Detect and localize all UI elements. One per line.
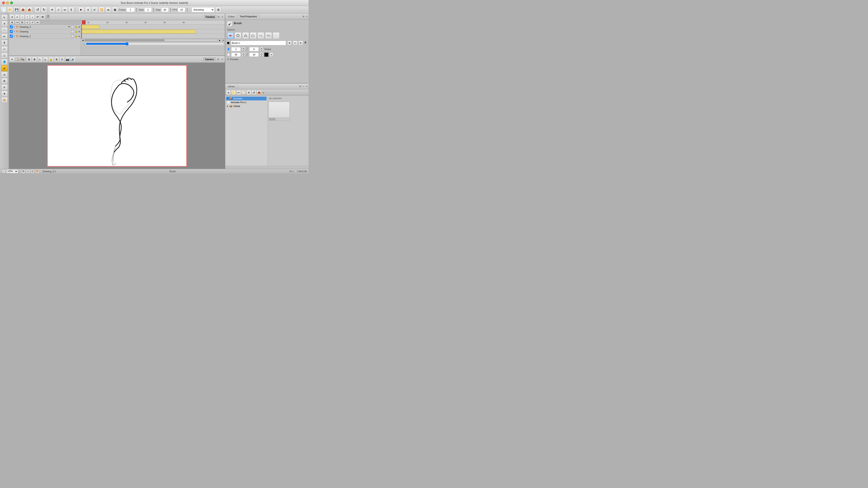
lib-import-btn[interactable]: 📥	[257, 90, 261, 95]
layer-anim-btn[interactable]: ⊙	[25, 21, 30, 24]
layer-link-btn[interactable]: ⛓	[20, 21, 25, 24]
zoom-select[interactable]: 125% 100% 75% 50%	[6, 169, 18, 173]
tool-properties-tab[interactable]: Tool Properties	[237, 14, 259, 19]
open-button[interactable]: 📂	[7, 7, 13, 13]
smooth-tool[interactable]: 〰	[1, 27, 8, 33]
brush-opt-scatter[interactable]	[257, 32, 264, 39]
stop-down[interactable]: ▼	[169, 10, 172, 12]
brush-name-input[interactable]	[231, 41, 286, 45]
lib-refresh-btn[interactable]: ↺	[252, 90, 256, 95]
layer-item-drawing[interactable]: + 🎨 Drawing 🔒 ≡	[9, 29, 81, 34]
view-onion-btn[interactable]: ◎	[31, 169, 35, 173]
layer-more-btn[interactable]: ≫	[35, 21, 40, 24]
stop-input[interactable]	[161, 7, 169, 12]
tl-delete-layer[interactable]: −	[20, 14, 25, 19]
rotate-ccw-button[interactable]: ↺	[35, 7, 40, 13]
flip-v-button[interactable]: ⇕	[68, 7, 74, 13]
play-button[interactable]: ▶	[78, 7, 84, 13]
brush-copy-btn[interactable]: ⧉	[299, 41, 303, 45]
param3-up[interactable]: ▲	[242, 53, 245, 55]
fps-down[interactable]: ▼	[186, 10, 188, 12]
scroll-track[interactable]	[85, 39, 218, 41]
param1-up[interactable]: ▲	[242, 47, 245, 49]
start-input[interactable]	[144, 7, 152, 12]
stage-menu-btn[interactable]: ≡	[10, 57, 14, 62]
layer-vis-drawing2[interactable]	[10, 25, 13, 28]
frame-up[interactable]: ▲	[135, 7, 138, 10]
transform-tool[interactable]: ⊞	[1, 78, 8, 84]
param4-down[interactable]: ▼	[260, 55, 263, 57]
scroll-left[interactable]: ◀	[81, 39, 84, 41]
sound-button[interactable]: 🔊	[92, 7, 98, 13]
text-tool[interactable]: T	[1, 40, 8, 46]
library-tab[interactable]: Library	[225, 84, 238, 89]
lib-detach-btn[interactable]: ⤢	[302, 85, 305, 88]
lib-expand-btn[interactable]: ⊞	[299, 85, 302, 88]
lib-delete-btn[interactable]: ✕	[246, 90, 251, 95]
preview-arrow[interactable]: ▼	[227, 58, 229, 61]
light-btn[interactable]: ⊙	[60, 57, 64, 62]
color-swatch[interactable]	[264, 53, 269, 57]
tl-expand-btn[interactable]: ≡	[10, 14, 14, 19]
stage-canvas[interactable]	[9, 63, 225, 169]
camera-btn[interactable]: 📷	[65, 57, 70, 62]
contour-tool[interactable]: ⚲	[1, 21, 8, 27]
next-frame-button[interactable]: ⏭	[105, 7, 111, 13]
tl-settings[interactable]: ⚙	[40, 14, 45, 19]
param2-down[interactable]: ▼	[260, 49, 263, 51]
brush-opt-texture[interactable]	[250, 32, 257, 39]
lib-item-animate-pro[interactable]: 📄 Animate Pro Li	[226, 100, 267, 104]
timeline-scrollbar[interactable]: ◀ ▶ ≫	[81, 38, 225, 41]
scroll-expand[interactable]: ≫	[221, 39, 225, 41]
param1-input[interactable]	[231, 47, 241, 51]
param3-down[interactable]: ▼	[242, 55, 245, 57]
library-scrollbar[interactable]	[225, 166, 309, 169]
lib-close-btn[interactable]: ✕	[305, 85, 309, 88]
brush-edit-btn[interactable]: ✏	[293, 41, 298, 45]
brush-opt-pressure[interactable]	[265, 32, 272, 39]
play-stage-btn[interactable]: ▷	[38, 57, 42, 62]
view-color-btn[interactable]: 🎨	[35, 169, 39, 173]
frame-down[interactable]: ▼	[135, 10, 138, 12]
center-btn[interactable]: ⊕	[32, 57, 37, 62]
mode-select[interactable]: Animating Scene Planning	[192, 7, 214, 12]
layer-item-drawing1[interactable]: + 🎨 Drawing_1 🔒 ≡	[9, 34, 81, 38]
param4-input[interactable]	[249, 53, 259, 57]
pencil-tool[interactable]: ✏	[1, 33, 8, 39]
move-button[interactable]: ✛	[49, 7, 55, 13]
view-settings-btn[interactable]: ⚙	[22, 169, 25, 173]
view-layer-btn[interactable]: ≡	[26, 169, 30, 173]
blend-tool[interactable]: ◎	[1, 72, 8, 77]
frame-input[interactable]	[126, 7, 135, 12]
new-button[interactable]: 📄	[1, 7, 7, 13]
close-button[interactable]	[2, 1, 5, 4]
maximize-button[interactable]	[10, 1, 13, 4]
tl-resize-handle[interactable]: ⣿	[47, 14, 50, 19]
timeline-close-btn[interactable]: ⊞	[217, 15, 220, 19]
start-up[interactable]: ▲	[152, 7, 155, 10]
lib-paste-btn[interactable]: 📋	[241, 90, 246, 95]
layer-options-btn[interactable]: +⊙	[15, 21, 20, 24]
stage-settings-btn[interactable]: ⊞	[216, 58, 220, 61]
preview-scrollbar[interactable]	[269, 118, 289, 121]
lock-btn[interactable]: 🔒	[49, 57, 53, 62]
color-tool[interactable]: 🎨	[1, 97, 8, 103]
save-button[interactable]: 💾	[13, 7, 20, 13]
zoom-slider[interactable]	[86, 43, 224, 45]
lib-folder-btn[interactable]: 📁	[231, 90, 236, 95]
tl-down-layer[interactable]: ↓	[30, 14, 35, 19]
expand-all-btn[interactable]: ⊞	[10, 21, 14, 24]
eraser-tool[interactable]: ◻	[1, 53, 8, 59]
grid-btn[interactable]: ⊞	[27, 57, 31, 62]
layer-cycle-btn[interactable]: ↺	[30, 21, 35, 24]
tl-refresh[interactable]: ↺	[35, 14, 40, 19]
cut-tool[interactable]: ✂	[1, 46, 8, 52]
brush-opt-sharp[interactable]	[242, 32, 249, 39]
brush-opt-round[interactable]	[235, 32, 241, 39]
tl-up-layer[interactable]: ↑	[25, 14, 30, 19]
export-button[interactable]: 📤	[20, 7, 26, 13]
props-close-btn[interactable]: ✕	[305, 15, 309, 18]
lib-more-btn[interactable]: »	[262, 90, 265, 95]
brush-opt-extra[interactable]	[273, 32, 280, 39]
brush-opt-solid[interactable]	[227, 32, 234, 39]
